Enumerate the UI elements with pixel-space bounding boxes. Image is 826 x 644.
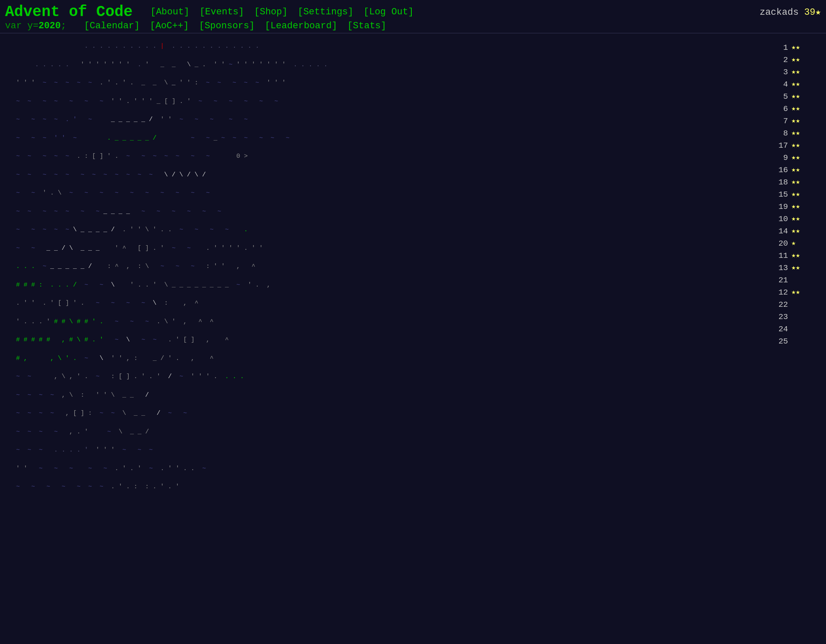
username: zackads bbox=[760, 7, 799, 18]
day-stars-12: ★★ bbox=[791, 287, 800, 298]
day-row-1[interactable]: 1 ★★ bbox=[771, 42, 826, 54]
day-row-18[interactable]: 18 ★★ bbox=[771, 176, 826, 189]
day-stars-8: ★★ bbox=[791, 128, 800, 139]
year-display: var y=2020; bbox=[5, 21, 66, 31]
day-row-14[interactable]: 14 ★★ bbox=[771, 225, 826, 238]
day-num-17: 17 bbox=[771, 140, 788, 152]
nav-logout[interactable]: [Log Out] bbox=[364, 7, 414, 17]
day-num-4: 4 bbox=[771, 79, 788, 91]
day-num-15: 15 bbox=[771, 189, 788, 201]
day-stars-2: ★★ bbox=[791, 55, 800, 65]
day-row-9[interactable]: 9 ★★ bbox=[771, 152, 826, 164]
day-stars-14: ★★ bbox=[791, 226, 800, 237]
header: Advent of Code [About] [Events] [Shop] [… bbox=[0, 0, 826, 33]
nav-aocpp[interactable]: [AoC++] bbox=[150, 21, 189, 31]
day-row-11[interactable]: 11 ★★ bbox=[771, 250, 826, 262]
day-row-10[interactable]: 10 ★★ bbox=[771, 213, 826, 225]
day-stars-9: ★★ bbox=[791, 153, 800, 163]
day-row-6[interactable]: 6 ★★ bbox=[771, 103, 826, 115]
day-num-7: 7 bbox=[771, 116, 788, 127]
day-row-24[interactable]: 24 bbox=[771, 323, 826, 336]
day-num-23: 23 bbox=[771, 311, 788, 323]
user-stars: 39★ bbox=[804, 7, 821, 18]
day-row-19[interactable]: 19 ★★ bbox=[771, 201, 826, 213]
day-row-12[interactable]: 12 ★★ bbox=[771, 287, 826, 299]
day-stars-15: ★★ bbox=[791, 189, 800, 200]
user-info: zackads 39★ bbox=[760, 6, 821, 18]
day-num-13: 13 bbox=[771, 262, 788, 274]
day-stars-17: ★★ bbox=[791, 141, 800, 151]
day-row-3[interactable]: 3 ★★ bbox=[771, 66, 826, 78]
day-num-8: 8 bbox=[771, 128, 788, 140]
days-sidebar: 1 ★★ 2 ★★ 3 ★★ 4 ★★ 5 ★★ bbox=[767, 38, 826, 501]
day-num-6: 6 bbox=[771, 103, 788, 115]
day-stars-11: ★★ bbox=[791, 251, 800, 261]
nav-sponsors[interactable]: [Sponsors] bbox=[199, 21, 255, 31]
site-title: Advent of Code bbox=[5, 3, 132, 21]
day-stars-20: ★ bbox=[791, 238, 796, 249]
nav-settings[interactable]: [Settings] bbox=[298, 7, 354, 17]
nav-leaderboard[interactable]: [Leaderboard] bbox=[265, 21, 337, 31]
day-row-7[interactable]: 7 ★★ bbox=[771, 115, 826, 127]
day-num-22: 22 bbox=[771, 299, 788, 311]
day-num-21: 21 bbox=[771, 275, 788, 287]
nav-shop[interactable]: [Shop] bbox=[254, 7, 288, 17]
nav-about[interactable]: [About] bbox=[150, 7, 189, 17]
nav-events[interactable]: [Events] bbox=[200, 7, 244, 17]
day-stars-10: ★★ bbox=[791, 214, 800, 225]
day-num-25: 25 bbox=[771, 336, 788, 348]
day-stars-7: ★★ bbox=[791, 116, 800, 127]
header-row2: var y=2020; [Calendar] [AoC++] [Sponsors… bbox=[5, 21, 821, 31]
day-row-8[interactable]: 8 ★★ bbox=[771, 127, 826, 140]
day-row-2[interactable]: 2 ★★ bbox=[771, 54, 826, 66]
day-row-5[interactable]: 5 ★★ bbox=[771, 91, 826, 103]
day-stars-4: ★★ bbox=[791, 79, 800, 90]
day-num-14: 14 bbox=[771, 226, 788, 238]
day-stars-16: ★★ bbox=[791, 165, 800, 176]
day-num-20: 20 bbox=[771, 238, 788, 250]
day-num-9: 9 bbox=[771, 152, 788, 164]
day-num-11: 11 bbox=[771, 250, 788, 262]
day-num-19: 19 bbox=[771, 201, 788, 213]
day-num-3: 3 bbox=[771, 67, 788, 78]
day-row-23[interactable]: 23 bbox=[771, 311, 826, 323]
day-row-16[interactable]: 16 ★★ bbox=[771, 164, 826, 176]
main-content: . . . . . . . . . . | . . . . . . . . . … bbox=[0, 33, 826, 505]
day-num-10: 10 bbox=[771, 214, 788, 225]
day-stars-1: ★★ bbox=[791, 43, 800, 53]
day-row-15[interactable]: 15 ★★ bbox=[771, 189, 826, 201]
nav-calendar[interactable]: [Calendar] bbox=[84, 21, 140, 31]
day-num-5: 5 bbox=[771, 91, 788, 103]
app: Advent of Code [About] [Events] [Shop] [… bbox=[0, 0, 826, 644]
day-row-17[interactable]: 17 ★★ bbox=[771, 140, 826, 152]
day-row-21[interactable]: 21 bbox=[771, 274, 826, 287]
day-stars-13: ★★ bbox=[791, 263, 800, 273]
day-num-24: 24 bbox=[771, 324, 788, 336]
day-num-12: 12 bbox=[771, 287, 788, 299]
ascii-art-area: . . . . . . . . . . | . . . . . . . . . … bbox=[4, 38, 767, 501]
day-stars-3: ★★ bbox=[791, 67, 800, 78]
day-row-22[interactable]: 22 bbox=[771, 299, 826, 311]
day-num-2: 2 bbox=[771, 54, 788, 66]
day-row-20[interactable]: 20 ★ bbox=[771, 238, 826, 250]
header-row1: Advent of Code [About] [Events] [Shop] [… bbox=[5, 3, 821, 21]
day-num-18: 18 bbox=[771, 177, 788, 189]
day-num-16: 16 bbox=[771, 165, 788, 176]
day-row-4[interactable]: 4 ★★ bbox=[771, 78, 826, 91]
ascii-art: . . . . . . . . . . | . . . . . . . . . … bbox=[8, 42, 767, 501]
day-stars-18: ★★ bbox=[791, 177, 800, 188]
nav-stats[interactable]: [Stats] bbox=[347, 21, 386, 31]
day-row-13[interactable]: 13 ★★ bbox=[771, 262, 826, 274]
day-stars-6: ★★ bbox=[791, 104, 800, 114]
day-stars-19: ★★ bbox=[791, 202, 800, 212]
day-num-1: 1 bbox=[771, 42, 788, 54]
day-stars-5: ★★ bbox=[791, 92, 800, 102]
day-row-25[interactable]: 25 bbox=[771, 336, 826, 348]
